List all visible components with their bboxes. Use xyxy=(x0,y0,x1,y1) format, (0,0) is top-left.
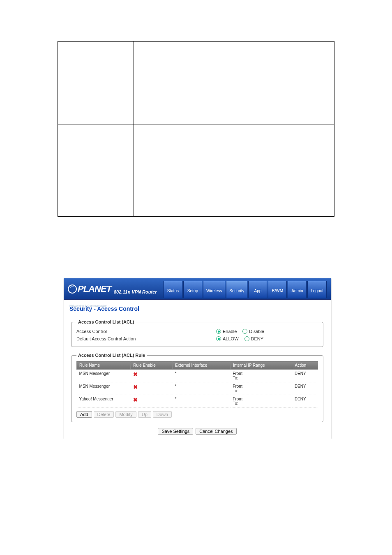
table-row[interactable]: MSN Messenger ✖ * From: To: DENY xyxy=(77,382,318,395)
radio-deny[interactable] xyxy=(244,336,249,341)
rules-header-row: Rule Name Rule Enable External Interface… xyxy=(77,361,318,370)
row-access-control: Access Control Enable Disable xyxy=(76,328,318,335)
nav-tabs: Status Setup Wireless Security App B/WM … xyxy=(164,281,327,298)
cell-external: * xyxy=(173,370,231,382)
doc-table-cell-r2c1 xyxy=(58,125,134,217)
tab-admin[interactable]: Admin xyxy=(288,281,307,298)
radio-allow[interactable] xyxy=(216,336,221,341)
table-row[interactable]: MSN Messenger ✖ * From: To: DENY xyxy=(77,370,318,382)
radio-enable[interactable] xyxy=(216,329,221,334)
tab-app[interactable]: App xyxy=(248,281,267,298)
tab-status[interactable]: Status xyxy=(164,281,182,298)
brand-name: PLANET xyxy=(78,284,111,294)
bottom-buttons: Save Settings Cancel Changes xyxy=(68,428,327,435)
x-icon: ✖ xyxy=(133,384,138,390)
x-icon: ✖ xyxy=(133,397,138,403)
ip-from-label: From: xyxy=(233,384,243,388)
radio-enable-label: Enable xyxy=(223,329,237,334)
ip-to-label: To: xyxy=(233,376,238,380)
ip-from-label: From: xyxy=(233,397,243,401)
tab-setup[interactable]: Setup xyxy=(183,281,202,298)
doc-table-cell-r2c2 xyxy=(134,125,334,217)
add-button[interactable]: Add xyxy=(76,411,92,418)
ip-from-label: From: xyxy=(233,371,243,376)
cell-name: Yahoo! Messenger xyxy=(77,395,131,408)
col-rule-enable: Rule Enable xyxy=(131,361,173,370)
ip-to-label: To: xyxy=(233,388,238,393)
header-bar: PLANET Networking & Communication 802.11… xyxy=(64,278,331,300)
tab-bwm[interactable]: B/WM xyxy=(268,281,287,298)
acl-panel: Access Control List (ACL) Access Control… xyxy=(71,319,323,347)
acl-rules-legend: Access Control List (ACL) Rule xyxy=(76,353,147,358)
radio-deny-label: DENY xyxy=(251,336,264,341)
cell-ip: From: To: xyxy=(230,395,292,408)
tab-logout[interactable]: Logout xyxy=(307,281,327,298)
product-name: 802.11n VPN Router xyxy=(114,289,157,294)
tab-wireless[interactable]: Wireless xyxy=(203,281,225,298)
up-button[interactable]: Up xyxy=(138,411,151,418)
radio-allow-label: ALLOW xyxy=(223,336,239,341)
cell-ip: From: To: xyxy=(230,370,292,382)
label-default-action: Default Access Control Action xyxy=(76,336,216,341)
col-rule-name: Rule Name xyxy=(77,361,131,370)
cell-external: * xyxy=(173,395,231,408)
cell-enable: ✖ xyxy=(131,370,173,382)
radio-disable[interactable] xyxy=(242,329,247,334)
cell-enable: ✖ xyxy=(131,395,173,408)
delete-button[interactable]: Delete xyxy=(94,411,114,418)
logo-block: PLANET Networking & Communication 802.11… xyxy=(68,284,157,294)
brand-logo: PLANET xyxy=(68,284,111,294)
tab-security[interactable]: Security xyxy=(226,281,247,298)
content-area: Security - Access Control Access Control… xyxy=(64,300,331,439)
cell-action: DENY xyxy=(292,370,318,382)
col-external-interface: External Interface xyxy=(173,361,231,370)
doc-table-cell-r1c1 xyxy=(58,42,134,125)
ip-to-label: To: xyxy=(233,401,238,406)
doc-table-cell-r1c2 xyxy=(134,42,334,125)
globe-icon xyxy=(68,284,77,294)
acl-panel-legend: Access Control List (ACL) xyxy=(76,319,136,324)
row-default-action: Default Access Control Action ALLOW DENY xyxy=(76,335,318,342)
label-access-control: Access Control xyxy=(76,329,216,334)
cell-enable: ✖ xyxy=(131,382,173,395)
radio-disable-label: Disable xyxy=(249,329,264,334)
x-icon: ✖ xyxy=(133,371,138,377)
cell-ip: From: To: xyxy=(230,382,292,395)
rules-buttons: Add Delete Modify Up Down xyxy=(76,411,318,418)
cell-external: * xyxy=(173,382,231,395)
cell-name: MSN Messenger xyxy=(77,382,131,395)
cell-action: DENY xyxy=(292,382,318,395)
doc-top-table xyxy=(58,41,334,217)
acl-rules-panel: Access Control List (ACL) Rule Rule Name… xyxy=(71,353,323,422)
rules-table: Rule Name Rule Enable External Interface… xyxy=(76,361,318,408)
cell-name: MSN Messenger xyxy=(77,370,131,382)
cell-action: DENY xyxy=(292,395,318,408)
col-action: Action xyxy=(292,361,318,370)
modify-button[interactable]: Modify xyxy=(115,411,136,418)
save-settings-button[interactable]: Save Settings xyxy=(158,428,193,435)
col-internal-ip-range: Internal IP Range xyxy=(230,361,292,370)
brand-tagline: Networking & Communication xyxy=(69,304,107,307)
cancel-changes-button[interactable]: Cancel Changes xyxy=(196,428,236,435)
down-button[interactable]: Down xyxy=(153,411,172,418)
router-admin-panel: PLANET Networking & Communication 802.11… xyxy=(64,278,331,439)
table-row[interactable]: Yahoo! Messenger ✖ * From: To: DENY xyxy=(77,395,318,408)
